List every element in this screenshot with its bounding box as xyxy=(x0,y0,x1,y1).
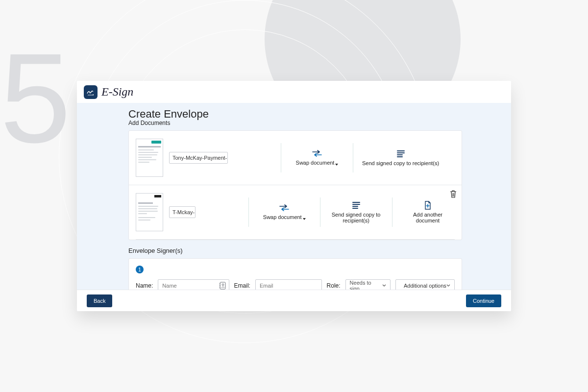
svg-point-2 xyxy=(222,284,224,286)
trash-icon xyxy=(450,190,457,198)
document-name: T-Mckay-Letting-Agreem xyxy=(172,209,196,215)
brand-name: E-Sign xyxy=(101,85,133,98)
role-value: Needs to sign xyxy=(350,280,382,290)
step-number: 5 xyxy=(0,34,66,162)
email-label: Email: xyxy=(234,282,250,289)
send-copy-action[interactable]: Send signed copy to recipient(s) xyxy=(329,201,383,223)
contact-book-icon[interactable] xyxy=(219,282,226,290)
signer-card: 1 Name: Email: Role: Needs to sign xyxy=(128,258,462,290)
chevron-down-icon xyxy=(335,161,338,167)
bottombar: Back Continue xyxy=(77,290,511,311)
document-name-field[interactable]: Tony-McKay-Payment-Fo xyxy=(169,152,228,164)
swap-document-label: Swap document xyxy=(296,160,335,166)
add-document-label: Add another document xyxy=(401,212,455,223)
chevron-down-icon xyxy=(382,284,386,287)
swap-document-action[interactable]: Swap document xyxy=(257,203,311,220)
name-input[interactable] xyxy=(158,279,229,290)
swap-icon xyxy=(312,149,322,158)
role-label: Role: xyxy=(327,282,341,289)
add-document-icon xyxy=(424,201,432,210)
signature-icon xyxy=(86,88,95,97)
back-button[interactable]: Back xyxy=(87,294,112,307)
document-thumbnail[interactable] xyxy=(136,193,163,231)
send-copy-label: Send signed copy to recipient(s) xyxy=(362,160,439,166)
page-subtitle: Add Documents xyxy=(128,120,462,126)
add-document-action[interactable]: Add another document xyxy=(401,201,455,223)
signers-section-title: Envelope Signer(s) xyxy=(128,247,462,254)
signer-index-badge: 1 xyxy=(136,266,144,273)
role-select[interactable]: Needs to sign xyxy=(345,279,391,290)
document-row: T-Mckay-Letting-Agreem Swap document Sen… xyxy=(129,185,462,239)
additional-options-label: Additional options xyxy=(404,283,446,289)
svg-point-0 xyxy=(93,94,94,95)
document-row: Tony-McKay-Payment-Fo Swap document Send… xyxy=(129,131,462,185)
send-copy-action[interactable]: Send signed copy to recipient(s) xyxy=(362,149,439,166)
chevron-down-icon xyxy=(446,284,450,287)
document-thumbnail[interactable] xyxy=(136,139,163,177)
chevron-down-icon xyxy=(303,215,306,221)
divider xyxy=(353,143,353,172)
signer-form-row: Name: Email: Role: Needs to sign xyxy=(136,279,455,290)
page-title: Create Envelope xyxy=(128,108,462,121)
divider xyxy=(136,239,455,240)
email-input[interactable] xyxy=(255,279,322,290)
document-name-field[interactable]: T-Mckay-Letting-Agreem xyxy=(169,206,196,218)
document-lines-icon xyxy=(396,149,405,158)
document-lines-icon xyxy=(352,201,361,210)
topbar: E-Sign xyxy=(77,81,511,103)
document-name: Tony-McKay-Payment-Fo xyxy=(172,155,228,161)
delete-document-button[interactable] xyxy=(450,190,457,198)
logo-badge xyxy=(84,85,98,99)
name-label: Name: xyxy=(136,282,153,289)
send-copy-label: Send signed copy to recipient(s) xyxy=(329,212,383,223)
divider xyxy=(281,143,281,172)
additional-options-select[interactable]: Additional options xyxy=(395,279,455,290)
swap-document-label: Swap document xyxy=(263,214,302,220)
content-area: Create Envelope Add Documents Tony-McKay… xyxy=(77,103,511,290)
continue-button[interactable]: Continue xyxy=(466,294,501,307)
swap-icon xyxy=(279,203,290,212)
documents-card: Tony-McKay-Payment-Fo Swap document Send… xyxy=(128,130,462,240)
swap-document-action[interactable]: Swap document xyxy=(290,149,344,166)
app-window: E-Sign Create Envelope Add Documents Ton… xyxy=(77,81,511,311)
